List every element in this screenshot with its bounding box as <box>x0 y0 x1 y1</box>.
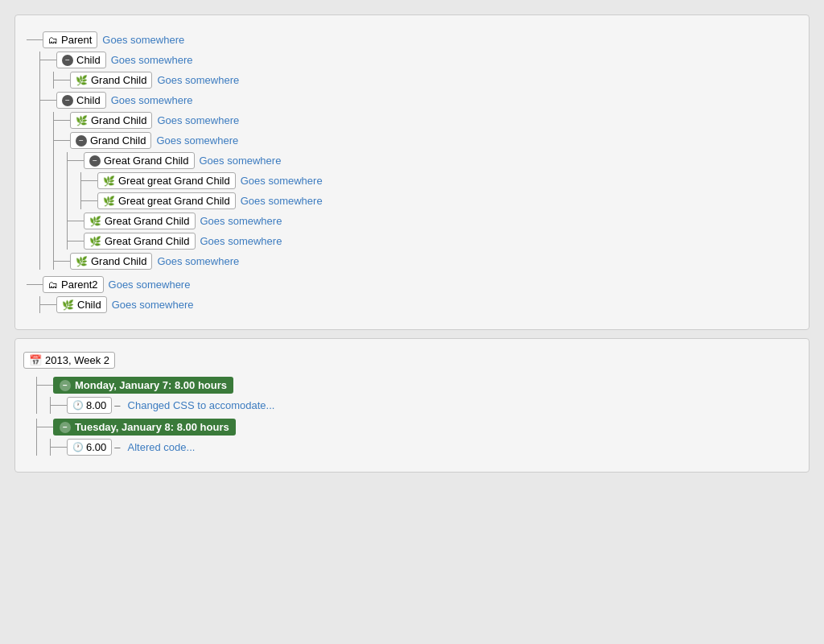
week-header-row: 📅 2013, Week 2 <box>23 352 801 369</box>
grandchild3-link[interactable]: Goes somewhere <box>156 134 238 147</box>
monday-header-row: − Monday, January 7: 8.00 hours <box>37 377 801 394</box>
tree-row-child1: − Child Goes somewhere <box>40 52 801 68</box>
monday-entry-link[interactable]: Changed CSS to accomodate... <box>128 399 275 411</box>
collapse-icon4: − <box>89 155 101 167</box>
leaf-icon2: 🌿 <box>76 115 88 126</box>
grandchild4-link[interactable]: Goes somewhere <box>157 255 239 267</box>
tuesday-header[interactable]: − Tuesday, January 8: 8.00 hours <box>53 419 236 436</box>
child3-label[interactable]: 🌿 Child <box>56 296 107 313</box>
tree-row-greatgrand1: − Great Grand Child Goes somewhere <box>68 152 801 169</box>
tree-row-grandchild3: − Grand Child Goes somewhere <box>54 132 801 149</box>
folder-icon: 🗂 <box>48 35 58 46</box>
monday-entry-1: 🕐 8.00 – Changed CSS to accomodate... <box>51 397 801 414</box>
greatgrand2-label[interactable]: 🌿 Great Grand Child <box>84 213 196 229</box>
tree-row-grandchild1: 🌿 Grand Child Goes somewhere <box>54 72 801 89</box>
tree-row-gggreat1: 🌿 Great great Grand Child Goes somewhere <box>81 172 801 189</box>
leaf-icon: 🌿 <box>76 75 88 86</box>
parent2-label[interactable]: 🗂 Parent2 <box>43 276 104 293</box>
tuesday-time-badge: 🕐 6.00 <box>67 439 112 456</box>
leaf-icon5: 🌿 <box>89 216 101 227</box>
tree-row-gggreat2: 🌿 Great great Grand Child Goes somewhere <box>81 192 801 209</box>
gggreat1-link[interactable]: Goes somewhere <box>241 175 323 187</box>
grandchild2-label[interactable]: 🌿 Grand Child <box>70 112 152 129</box>
greatgrand3-label[interactable]: 🌿 Great Grand Child <box>84 233 196 250</box>
leaf-icon8: 🌿 <box>62 299 74 311</box>
tree-row-child2: − Child Goes somewhere <box>40 92 801 109</box>
greatgrand1-link[interactable]: Goes somewhere <box>200 155 282 167</box>
gggreat2-label[interactable]: 🌿 Great great Grand Child <box>97 192 236 209</box>
monday-time-badge: 🕐 8.00 <box>67 397 112 414</box>
grandchild4-label[interactable]: 🌿 Grand Child <box>70 253 152 270</box>
grandchild1-label[interactable]: 🌿 Grand Child <box>70 72 152 89</box>
calendar-icon: 📅 <box>29 354 42 366</box>
greatgrand1-label[interactable]: − Great Grand Child <box>84 152 195 169</box>
tuesday-entry-link[interactable]: Altered code... <box>128 441 196 453</box>
dash-sep2: – <box>114 441 120 453</box>
leaf-icon6: 🌿 <box>89 236 101 247</box>
parent1-link[interactable]: Goes somewhere <box>102 34 184 46</box>
collapse-icon: − <box>62 55 73 66</box>
grandchild1-link[interactable]: Goes somewhere <box>157 74 239 86</box>
greatgrand3-link[interactable]: Goes somewhere <box>200 235 282 247</box>
tuesday-collapse-icon: − <box>60 422 71 433</box>
tuesday-entry-1: 🕐 6.00 – Altered code... <box>51 439 801 456</box>
tree-row-grandchild4: 🌿 Grand Child Goes somewhere <box>54 253 801 270</box>
gggreat1-label[interactable]: 🌿 Great great Grand Child <box>97 172 236 189</box>
leaf-icon4: 🌿 <box>103 196 115 207</box>
tree-row-parent2: 🗂 Parent2 Goes somewhere <box>27 276 801 293</box>
gggreat2-link[interactable]: Goes somewhere <box>241 195 323 207</box>
grandchild2-link[interactable]: Goes somewhere <box>157 114 239 126</box>
tree-row-child3: 🌿 Child Goes somewhere <box>40 296 801 313</box>
leaf-icon7: 🌿 <box>76 256 88 267</box>
clock-icon2: 🕐 <box>72 442 84 452</box>
monday-header[interactable]: − Monday, January 7: 8.00 hours <box>53 377 233 394</box>
grandchild3-label[interactable]: − Grand Child <box>70 132 151 149</box>
dash-sep1: – <box>114 399 120 411</box>
collapse-icon2: − <box>62 95 73 106</box>
monday-collapse-icon: − <box>60 380 71 391</box>
tree-row-grandchild2: 🌿 Grand Child Goes somewhere <box>54 112 801 129</box>
parent2-link[interactable]: Goes somewhere <box>109 279 191 291</box>
tree-row-greatgrand3: 🌿 Great Grand Child Goes somewhere <box>68 233 801 250</box>
tree-row-greatgrand2: 🌿 Great Grand Child Goes somewhere <box>68 213 801 229</box>
tuesday-header-row: − Tuesday, January 8: 8.00 hours <box>37 419 801 436</box>
week-label[interactable]: 📅 2013, Week 2 <box>23 352 115 369</box>
folder-icon2: 🗂 <box>48 279 58 291</box>
greatgrand2-link[interactable]: Goes somewhere <box>200 215 282 227</box>
child2-label[interactable]: − Child <box>56 92 106 109</box>
clock-icon1: 🕐 <box>72 400 84 411</box>
leaf-icon3: 🌿 <box>103 175 115 187</box>
parent1-label[interactable]: 🗂 Parent <box>43 31 97 48</box>
child2-link[interactable]: Goes somewhere <box>111 94 193 106</box>
collapse-icon3: − <box>76 135 87 147</box>
tree-row-parent1: 🗂 Parent Goes somewhere <box>27 31 801 48</box>
child1-link[interactable]: Goes somewhere <box>111 54 193 66</box>
tree-panel: 🗂 Parent Goes somewhere − Child Goes som… <box>14 14 810 330</box>
calendar-panel: 📅 2013, Week 2 − Monday, January 7: 8.00… <box>14 338 810 473</box>
child1-label[interactable]: − Child <box>56 52 106 68</box>
child3-link[interactable]: Goes somewhere <box>112 299 194 311</box>
